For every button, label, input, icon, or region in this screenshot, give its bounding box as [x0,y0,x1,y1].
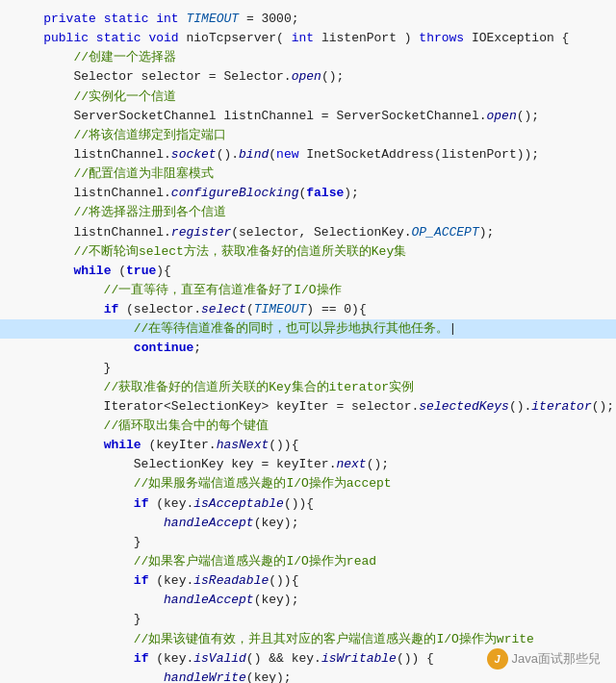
code-line: //一直等待，直至有信道准备好了I/O操作 [13,281,606,300]
code-line: handleAccept(key); [13,514,606,533]
code-line: } [13,533,606,552]
code-line: if (key.isAcceptable()){ [13,494,606,514]
code-line: listnChannel.register(selector, Selectio… [13,223,606,242]
code-line: //实例化一个信道 [13,88,606,107]
code-content: private static int TIMEOUT = 3000; publi… [13,10,606,683]
code-line: //创建一个选择器 [13,48,606,67]
code-line: } [13,610,606,629]
code-line: ServerSocketChannel listnChannel = Serve… [13,107,606,126]
code-line: //不断轮询select方法，获取准备好的信道所关联的Key集 [13,242,606,262]
code-line: while (keyIter.hasNext()){ [13,436,606,455]
code-line: handleAccept(key); [13,591,606,610]
code-line: //将选择器注册到各个信道 [13,203,606,222]
code-editor: private static int TIMEOUT = 3000; publi… [0,0,616,683]
code-line: //如果客户端信道感兴趣的I/O操作为read [13,552,606,571]
code-line: SelectionKey key = keyIter.next(); [13,455,606,474]
code-line: //获取准备好的信道所关联的Key集合的iterator实例 [13,378,606,397]
code-line: //配置信道为非阻塞模式 [13,164,606,184]
code-line: continue; [13,339,606,358]
code-line: listnChannel.socket().bind(new InetSocke… [13,145,606,164]
code-line: Iterator<SelectionKey> keyIter = selecto… [13,397,606,417]
watermark-icon: J [487,648,508,670]
code-line: //将该信道绑定到指定端口 [13,126,606,145]
watermark-label: Java面试那些兒 [512,650,601,668]
code-line: listnChannel.configureBlocking(false); [13,184,606,203]
code-line: //循环取出集合中的每个键值 [13,417,606,436]
code-line: if (selector.select(TIMEOUT) == 0){ [13,300,606,319]
code-line: } [13,359,606,378]
code-line: //如果服务端信道感兴趣的I/O操作为accept [13,474,606,493]
code-line: Selector selector = Selector.open(); [13,67,606,87]
code-line: handleWrite(key); [13,669,606,683]
code-line: //如果该键值有效，并且其对应的客户端信道感兴趣的I/O操作为write [13,630,606,649]
code-line: //在等待信道准备的同时，也可以异步地执行其他任务。| [13,319,606,339]
code-line: private static int TIMEOUT = 3000; [13,10,606,29]
code-line: if (key.isReadable()){ [13,571,606,591]
code-line: while (true){ [13,262,606,281]
watermark: J Java面试那些兒 [487,648,601,670]
code-line: public static void nioTcpserver( int lis… [13,29,606,48]
